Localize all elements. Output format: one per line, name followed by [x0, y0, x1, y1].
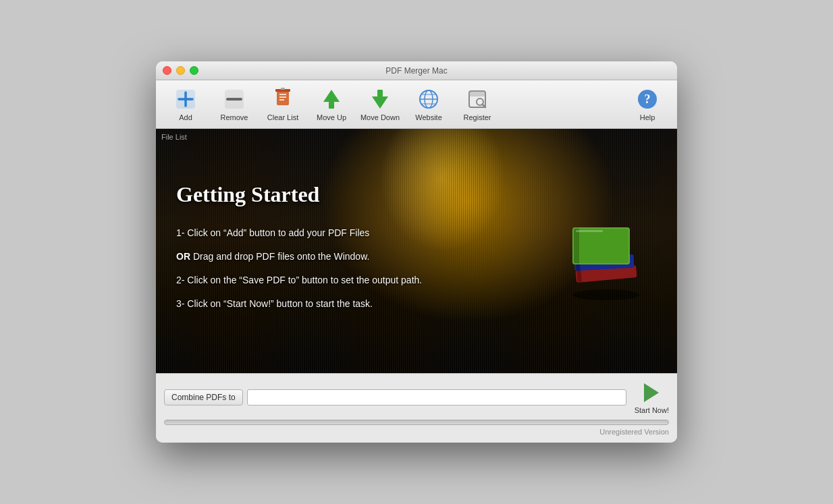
instruction-2-bold: OR [176, 251, 190, 262]
unregistered-label: Unregistered Version [164, 428, 669, 436]
output-path-input[interactable] [247, 389, 626, 405]
add-button[interactable]: Add [163, 84, 209, 124]
instruction-3: 2- Click on the “Save PDF to” button to … [176, 273, 650, 287]
clear-list-button[interactable]: Clear List [260, 84, 306, 124]
clear-list-icon [271, 87, 295, 111]
register-icon [465, 87, 489, 111]
instruction-2-text: Drag and drop PDF files onto the Window. [193, 251, 369, 262]
move-down-label: Move Down [360, 113, 400, 121]
move-down-icon [368, 87, 392, 111]
svg-rect-10 [281, 88, 285, 90]
instruction-3-text: 2- Click on the “Save PDF to” button to … [176, 275, 422, 285]
website-icon [416, 87, 441, 111]
title-bar: PDF Merger Mac [156, 61, 677, 80]
move-down-button[interactable]: Move Down [357, 84, 403, 124]
minimize-button[interactable] [176, 66, 185, 75]
start-now-button[interactable]: Start Now! [635, 381, 669, 414]
svg-rect-21 [469, 91, 485, 96]
traffic-lights [163, 66, 198, 75]
remove-button[interactable]: Remove [211, 84, 257, 124]
instruction-2: OR Drag and drop PDF files onto the Wind… [176, 250, 650, 264]
register-button[interactable]: Register [454, 84, 500, 124]
progress-bar [164, 420, 669, 425]
start-now-icon [639, 381, 664, 405]
help-label: Help [640, 113, 655, 121]
combine-pdfs-button[interactable]: Combine PDFs to [164, 389, 243, 405]
content-overlay: Getting Started 1- Click on “Add” button… [156, 129, 677, 373]
svg-text:?: ? [645, 92, 651, 106]
remove-icon [222, 87, 246, 111]
combine-pdfs-label: Combine PDFs to [171, 393, 236, 402]
file-list-area[interactable]: File List G [156, 129, 677, 373]
svg-rect-12 [329, 102, 334, 109]
website-label: Website [415, 113, 442, 121]
add-label: Add [179, 113, 192, 121]
svg-rect-14 [377, 90, 383, 96]
website-button[interactable]: Website [406, 84, 452, 124]
help-icon: ? [635, 87, 660, 111]
file-list-label: File List [161, 133, 187, 141]
toolbar: Add Remove [156, 80, 677, 129]
instruction-4: 3- Click on “Start Now!” button to start… [176, 297, 650, 311]
start-now-label: Start Now! [635, 406, 669, 414]
close-button[interactable] [163, 66, 171, 75]
svg-marker-11 [323, 90, 340, 102]
instruction-1: 1- Click on “Add” button to add your PDF… [176, 226, 650, 240]
clear-list-label: Clear List [267, 113, 298, 121]
register-label: Register [464, 113, 491, 121]
help-button[interactable]: ? Help [624, 84, 670, 124]
combine-row: Combine PDFs to Start Now! [164, 381, 669, 414]
svg-marker-13 [372, 96, 388, 109]
progress-row [164, 420, 669, 425]
add-icon [173, 87, 198, 111]
remove-label: Remove [221, 113, 248, 121]
getting-started-title: Getting Started [176, 182, 650, 207]
move-up-label: Move Up [317, 113, 346, 121]
bottom-bar: Combine PDFs to Start Now! Unregistered … [156, 373, 677, 443]
instruction-1-text: 1- Click on “Add” button to add your PDF… [176, 227, 369, 238]
move-up-icon [319, 87, 344, 111]
play-triangle [644, 383, 659, 402]
maximize-button[interactable] [190, 66, 198, 75]
window-title: PDF Merger Mac [385, 66, 447, 76]
instruction-4-text: 3- Click on “Start Now!” button to start… [176, 298, 373, 309]
app-window: PDF Merger Mac Add Remove [156, 61, 677, 443]
move-up-button[interactable]: Move Up [308, 84, 354, 124]
svg-rect-5 [277, 90, 289, 105]
